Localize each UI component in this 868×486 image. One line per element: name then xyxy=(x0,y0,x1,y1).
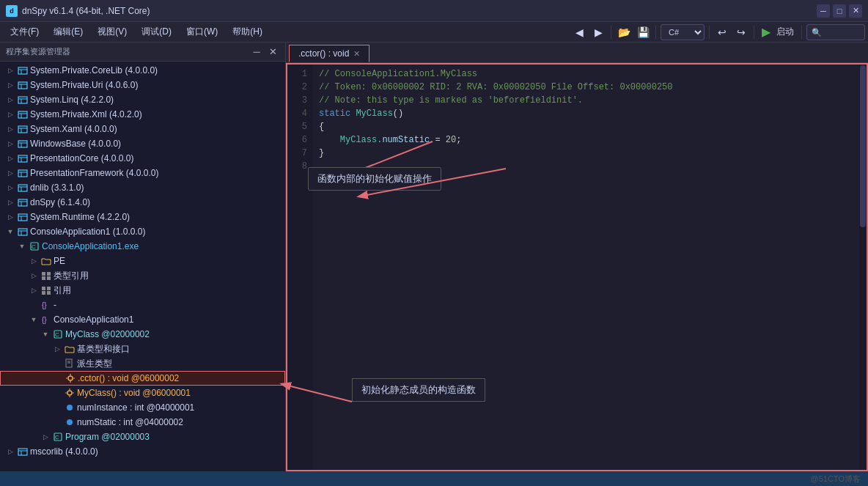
svg-rect-3 xyxy=(18,82,27,89)
tree-item[interactable]: {}- xyxy=(0,298,285,312)
code-editor[interactable]: 12345678 // ConsoleApplication1.MyClass/… xyxy=(286,63,868,471)
menu-edit[interactable]: 编辑(E) xyxy=(46,23,90,41)
tree-expand-icon[interactable]: ▷ xyxy=(5,95,15,105)
menu-view[interactable]: 视图(V) xyxy=(90,23,134,41)
tree-item[interactable]: .cctor() : void @06000002 xyxy=(0,371,285,386)
tree-expand-icon[interactable]: ▷ xyxy=(5,80,15,90)
tree-item[interactable]: ▷dnlib (3.3.1.0) xyxy=(0,180,285,195)
tree-expand-icon[interactable]: ▷ xyxy=(5,183,15,193)
tree-item[interactable]: ▷System.Private.Uri (4.0.6.0) xyxy=(0,78,285,92)
tree-item[interactable]: 派生类型 xyxy=(0,356,285,371)
line-number: 7 xyxy=(287,147,313,160)
tree-item[interactable]: ▷PE xyxy=(0,254,285,268)
tree-expand-icon[interactable] xyxy=(29,300,39,310)
toolbar-back-button[interactable]: ◀ xyxy=(571,24,587,40)
tree-expand-icon[interactable]: ▷ xyxy=(5,168,15,178)
toolbar-run-label: 启动 xyxy=(776,26,794,38)
tree-item[interactable]: ▷基类型和接口 xyxy=(0,342,285,356)
tab-label: .cctor() : void xyxy=(298,48,349,59)
maximize-button[interactable]: □ xyxy=(833,4,846,18)
tree-item[interactable]: ▷dnSpy (6.1.4.0) xyxy=(0,195,285,210)
tree-node-icon xyxy=(18,227,28,237)
tree-expand-icon[interactable]: ▼ xyxy=(40,329,51,339)
tree-item[interactable]: ▷System.Xaml (4.0.0.0) xyxy=(0,122,285,136)
tree-expand-icon[interactable]: ▷ xyxy=(5,197,15,207)
menu-file[interactable]: 文件(F) xyxy=(3,23,46,41)
tree-item-label: System.Runtime (4.2.2.0) xyxy=(30,212,130,222)
tree-item[interactable]: ▷System.Private.CoreLib (4.0.0.0) xyxy=(0,63,285,78)
svg-point-63 xyxy=(67,405,73,410)
panel-close-button[interactable]: ✕ xyxy=(266,45,279,59)
panel-pin-button[interactable]: ─ xyxy=(250,45,263,59)
svg-rect-39 xyxy=(47,272,51,276)
toolbar-open-button[interactable]: 📂 xyxy=(616,24,632,40)
line-number: 5 xyxy=(287,120,313,133)
tree-expand-icon[interactable] xyxy=(52,417,62,427)
toolbar-forward-button[interactable]: ▶ xyxy=(590,24,606,40)
tree-item[interactable]: ▼CConsoleApplication1.exe xyxy=(0,239,285,254)
tree-item-label: System.Private.Xml (4.0.2.0) xyxy=(30,109,142,119)
language-selector[interactable]: C# IL VB xyxy=(661,24,705,40)
tree-item[interactable]: ▷WindowsBase (4.0.0.0) xyxy=(0,136,285,151)
scrollbar-thumb[interactable] xyxy=(860,65,866,227)
menu-debug[interactable]: 调试(D) xyxy=(134,23,179,41)
tree-item[interactable]: MyClass() : void @06000001 xyxy=(0,386,285,400)
tree-item[interactable]: ▼ConsoleApplication1 (1.0.0.0) xyxy=(0,224,285,239)
tab-close-icon[interactable]: ✕ xyxy=(353,49,360,59)
tree-expand-icon[interactable]: ▷ xyxy=(29,256,39,266)
line-numbers: 12345678 xyxy=(287,65,313,470)
tab-cctor[interactable]: .cctor() : void ✕ xyxy=(289,45,369,62)
tree-expand-icon[interactable]: ▷ xyxy=(29,285,39,295)
toolbar-save-button[interactable]: 💾 xyxy=(635,24,651,40)
toolbar-run-button[interactable]: ▶ xyxy=(759,25,773,39)
svg-text:C: C xyxy=(55,434,59,441)
tree-expand-icon[interactable] xyxy=(52,402,62,413)
code-editor-inner: 12345678 // ConsoleApplication1.MyClass/… xyxy=(287,65,867,470)
menu-help[interactable]: 帮助(H) xyxy=(225,23,270,41)
svg-text:{}: {} xyxy=(42,316,47,324)
minimize-button[interactable]: ─ xyxy=(817,4,830,18)
tree-item[interactable]: ▼{}ConsoleApplication1 xyxy=(0,312,285,327)
toolbar-undo-button[interactable]: ↩ xyxy=(714,24,730,40)
tree-item[interactable]: ▷System.Private.Xml (4.0.2.0) xyxy=(0,107,285,122)
tree-item[interactable]: ▷System.Linq (4.2.2.0) xyxy=(0,92,285,107)
tree-expand-icon[interactable]: ▷ xyxy=(29,270,39,281)
tree-item[interactable]: ▷mscorlib (4.0.0.0) xyxy=(0,444,285,459)
menu-window[interactable]: 窗口(W) xyxy=(179,23,225,41)
tree-expand-icon[interactable] xyxy=(53,373,63,383)
toolbar: ◀ ▶ 📂 💾 C# IL VB ↩ ↪ ▶ 启动 xyxy=(571,24,865,40)
tree-item[interactable]: ▷System.Runtime (4.2.2.0) xyxy=(0,210,285,224)
tree-item[interactable]: numInstance : int @04000001 xyxy=(0,400,285,415)
tree-expand-icon[interactable]: ▷ xyxy=(5,446,15,457)
tree-item-label: 派生类型 xyxy=(77,358,112,370)
tree-item-label: System.Private.Uri (4.0.6.0) xyxy=(30,80,138,90)
tree-expand-icon[interactable]: ▷ xyxy=(5,139,15,149)
scrollbar-track[interactable] xyxy=(859,65,867,470)
tree-expand-icon[interactable]: ▼ xyxy=(29,314,39,325)
tree-item[interactable]: ▷PresentationCore (4.0.0.0) xyxy=(0,151,285,166)
tree-expand-icon[interactable]: ▷ xyxy=(5,153,15,163)
tree-expand-icon[interactable] xyxy=(52,358,62,369)
tree-expand-icon[interactable] xyxy=(52,388,62,398)
close-button[interactable]: ✕ xyxy=(849,4,862,18)
tree-item[interactable]: ▼CMyClass @02000002 xyxy=(0,327,285,342)
tree-expand-icon[interactable]: ▷ xyxy=(5,109,15,119)
code-token: { xyxy=(319,122,324,132)
tree-expand-icon[interactable]: ▷ xyxy=(5,124,15,134)
toolbar-redo-button[interactable]: ↪ xyxy=(733,24,749,40)
toolbar-search-input[interactable] xyxy=(806,24,865,40)
title-bar-controls: ─ □ ✕ xyxy=(817,4,862,18)
tree-item[interactable]: ▷CProgram @02000003 xyxy=(0,430,285,444)
tree-item[interactable]: ▷PresentationFramework (4.0.0.0) xyxy=(0,166,285,180)
tree-item[interactable]: ▷引用 xyxy=(0,283,285,298)
tree-expand-icon[interactable]: ▷ xyxy=(40,432,51,442)
tree-item[interactable]: numStatic : int @04000002 xyxy=(0,415,285,430)
tree-expand-icon[interactable]: ▷ xyxy=(5,212,15,222)
tree-expand-icon[interactable]: ▷ xyxy=(5,65,15,76)
tree-item[interactable]: ▷类型引用 xyxy=(0,268,285,283)
code-token: = xyxy=(430,135,446,145)
tree-expand-icon[interactable]: ▼ xyxy=(17,241,27,251)
tree-node-icon xyxy=(18,139,28,149)
tree-expand-icon[interactable]: ▷ xyxy=(52,344,62,354)
tree-expand-icon[interactable]: ▼ xyxy=(5,227,15,237)
